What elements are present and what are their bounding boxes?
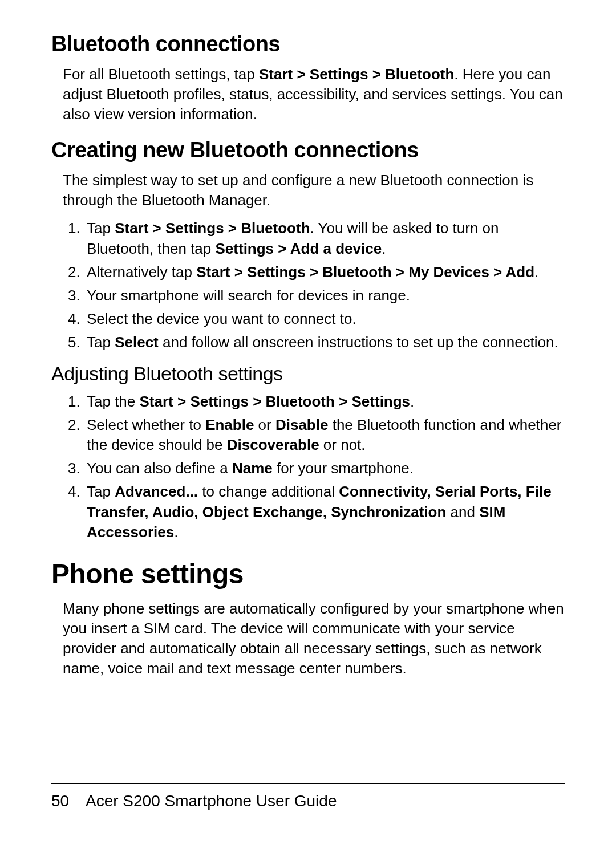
heading-creating-connections: Creating new Bluetooth connections [51,138,565,163]
text: Tap [87,220,115,237]
text: . [382,240,386,257]
bold-text: Discoverable [227,436,319,453]
text: Tap [87,334,115,351]
text: . [174,523,178,541]
bold-text: Enable [205,416,254,433]
bold-text: Disable [275,416,329,433]
page-number: 50 [51,792,86,810]
text: For all Bluetooth settings, tap [63,66,259,83]
bold-text: Name [232,460,273,477]
document-page: Bluetooth connections For all Bluetooth … [0,0,616,849]
ordered-list: Tap Start > Settings > Bluetooth. You wi… [63,218,565,352]
text: . [534,263,538,281]
list-item: Tap Select and follow all onscreen instr… [84,332,565,352]
list-item: Tap Start > Settings > Bluetooth. You wi… [84,218,565,258]
ordered-list: Tap the Start > Settings > Bluetooth > S… [63,392,565,542]
text: . [410,393,414,410]
heading-adjusting-settings: Adjusting Bluetooth settings [51,363,565,385]
paragraph: Many phone settings are automatically co… [63,599,565,679]
list-item: Your smartphone will search for devices … [84,286,565,306]
text: or [254,416,275,433]
heading-bluetooth-connections: Bluetooth connections [51,32,565,56]
text: and follow all onscreen instructions to … [159,334,558,351]
bold-text: Start > Settings > Bluetooth > Settings [140,393,411,410]
bold-text: Advanced... [115,483,198,500]
bold-text: Start > Settings > Bluetooth > My Device… [196,263,534,281]
heading-phone-settings: Phone settings [51,558,565,590]
list-item: Select the device you want to connect to… [84,309,565,329]
list-item: You can also define a Name for your smar… [84,458,565,478]
paragraph: The simplest way to set up and configure… [63,170,565,210]
text: You can also define a [87,460,232,477]
bold-text: Select [115,334,159,351]
bold-text: Start > Settings > Bluetooth [115,220,310,237]
list-item: Tap Advanced... to change additional Con… [84,482,565,542]
page-footer: 50Acer S200 Smartphone User Guide [51,783,565,810]
list-item: Select whether to Enable or Disable the … [84,415,565,455]
text: and [446,503,479,521]
footer-rule [51,783,565,784]
text: Select whether to [87,416,205,433]
text: to change additional [198,483,339,500]
bold-text: Settings > Add a device [216,240,382,257]
text: Tap [87,483,115,500]
text: for your smartphone. [273,460,414,477]
paragraph: For all Bluetooth settings, tap Start > … [63,64,565,124]
text: Tap the [87,393,140,410]
footer-text: 50Acer S200 Smartphone User Guide [51,792,565,810]
list-item: Tap the Start > Settings > Bluetooth > S… [84,392,565,412]
bold-text: Start > Settings > Bluetooth [259,66,454,83]
list-item: Alternatively tap Start > Settings > Blu… [84,262,565,282]
footer-title: Acer S200 Smartphone User Guide [86,792,337,810]
text: Alternatively tap [87,263,196,281]
text: or not. [319,436,366,453]
